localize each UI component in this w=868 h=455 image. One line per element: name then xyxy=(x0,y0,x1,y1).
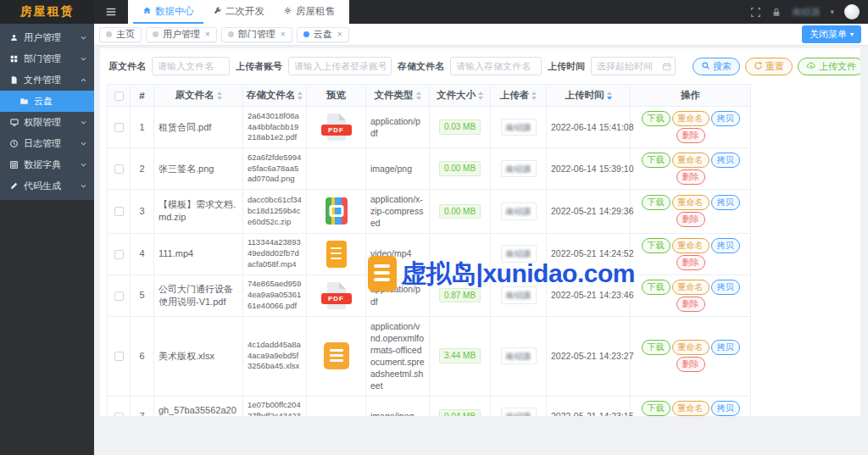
table-row: 1租赁合同.pdf2a643018f08a4a4bbfacbb19218ab1e… xyxy=(108,107,751,148)
hamburger-menu-icon[interactable] xyxy=(94,6,128,18)
storage-filename-input[interactable] xyxy=(450,57,542,75)
delete-button[interactable]: 删除 xyxy=(676,212,705,227)
delete-button[interactable]: 删除 xyxy=(676,128,705,143)
tab-2[interactable]: 用户管理× xyxy=(146,27,217,42)
upload-button[interactable]: 上传文件 xyxy=(798,58,860,75)
tab-1[interactable]: 主页 xyxy=(99,27,142,42)
tab-4[interactable]: 云盘× xyxy=(297,27,349,42)
chevron-down-icon xyxy=(80,119,87,126)
column-header-label: 存储文件名 xyxy=(247,89,296,102)
pdf-file-icon[interactable]: PDF xyxy=(321,114,352,141)
topbar: 房屋租赁 数据中心二次开发房屋租售 南绍源 ▾ xyxy=(0,0,868,24)
doc-file-icon[interactable] xyxy=(326,241,347,268)
download-button[interactable]: 下载 xyxy=(642,111,670,126)
tab-close-icon[interactable]: × xyxy=(205,30,210,39)
sidebar-item-3[interactable]: 文件管理 xyxy=(0,69,94,91)
app-logo: 房屋租赁 xyxy=(0,0,94,24)
sort-caret-icon[interactable] xyxy=(607,92,612,100)
download-button[interactable]: 下载 xyxy=(642,153,670,168)
row-checkbox[interactable] xyxy=(114,207,124,216)
copy-button[interactable]: 拷贝 xyxy=(711,195,740,210)
topnav-item-1[interactable]: 数据中心 xyxy=(133,0,203,24)
sort-caret-icon[interactable] xyxy=(531,92,537,100)
rename-button[interactable]: 重命名 xyxy=(672,280,709,295)
content-area: 原文件名上传者账号存储文件名上传时间搜索重置上传文件配置 #原文件名存储文件名预… xyxy=(94,46,868,455)
rename-button[interactable]: 重命名 xyxy=(672,111,709,126)
sidebar-item-8[interactable]: 代码生成 xyxy=(0,175,94,197)
row-checkbox[interactable] xyxy=(114,164,124,174)
sort-caret-icon[interactable] xyxy=(416,92,421,100)
download-button[interactable]: 下载 xyxy=(642,195,670,210)
upload-time-cell: 2022-05-21 14:29:36 xyxy=(547,190,631,234)
tab-label: 云盘 xyxy=(314,28,332,41)
row-checkbox[interactable] xyxy=(114,413,124,416)
username[interactable]: 南绍源 xyxy=(792,6,820,19)
column-header-2[interactable]: 原文件名 xyxy=(154,85,243,107)
lock-icon[interactable] xyxy=(771,7,782,18)
uploader-name: 南绍源 xyxy=(506,352,531,361)
delete-button[interactable]: 删除 xyxy=(676,255,705,270)
column-header-3[interactable]: 存储文件名 xyxy=(243,85,307,107)
sidebar-item-4[interactable]: 云盘 xyxy=(0,91,94,112)
sheet-file-icon[interactable] xyxy=(324,342,349,369)
avatar[interactable] xyxy=(844,4,860,19)
org-icon xyxy=(8,54,19,64)
sort-caret-icon[interactable] xyxy=(217,92,222,100)
copy-button[interactable]: 拷贝 xyxy=(711,401,740,416)
uploader-account-input[interactable] xyxy=(288,57,392,75)
delete-button[interactable]: 删除 xyxy=(676,357,705,372)
copy-button[interactable]: 拷贝 xyxy=(711,280,740,295)
row-checkbox[interactable] xyxy=(114,291,124,301)
tab-close-icon[interactable]: × xyxy=(337,30,342,39)
sidebar-item-5[interactable]: 权限管理 xyxy=(0,112,94,133)
download-button[interactable]: 下载 xyxy=(642,280,670,295)
sidebar-item-7[interactable]: 数据字典 xyxy=(0,154,94,175)
row-checkbox[interactable] xyxy=(114,250,124,259)
refresh-icon xyxy=(754,61,763,72)
row-checkbox[interactable] xyxy=(114,352,124,361)
search-button[interactable]: 搜索 xyxy=(693,58,740,75)
close-menu-button[interactable]: 关闭菜单 ▾ xyxy=(802,25,861,43)
rename-button[interactable]: 重命名 xyxy=(672,195,709,210)
fullscreen-icon[interactable] xyxy=(750,7,761,18)
tab-3[interactable]: 部门管理× xyxy=(221,27,292,42)
sidebar-item-2[interactable]: 部门管理 xyxy=(0,48,94,69)
delete-button[interactable]: 删除 xyxy=(676,297,705,312)
original-filename-input[interactable] xyxy=(152,57,230,75)
gear-icon xyxy=(283,6,292,17)
download-button[interactable]: 下载 xyxy=(642,401,670,416)
copy-button[interactable]: 拷贝 xyxy=(711,153,740,168)
column-header-7[interactable]: 上传者 xyxy=(491,85,547,107)
copy-button[interactable]: 拷贝 xyxy=(711,111,740,126)
storage-filename-label: 存储文件名 xyxy=(398,60,444,73)
download-button[interactable]: 下载 xyxy=(642,238,670,253)
sidebar-item-1[interactable]: 用户管理 xyxy=(0,27,94,48)
tab-dot xyxy=(303,31,309,37)
rename-button[interactable]: 重命名 xyxy=(672,238,709,253)
download-button[interactable]: 下载 xyxy=(642,340,670,355)
row-checkbox[interactable] xyxy=(114,123,124,132)
column-header-8[interactable]: 上传时间 xyxy=(547,85,631,107)
tab-close-icon[interactable]: × xyxy=(281,30,286,39)
column-header-5[interactable]: 文件类型 xyxy=(366,85,430,107)
select-all-checkbox[interactable] xyxy=(114,92,124,101)
delete-button[interactable]: 删除 xyxy=(676,169,705,185)
copy-button[interactable]: 拷贝 xyxy=(711,340,740,355)
zip-file-icon[interactable] xyxy=(326,197,348,225)
topnav-item-2[interactable]: 二次开发 xyxy=(203,0,274,24)
rename-button[interactable]: 重命名 xyxy=(672,401,709,416)
monitor-icon xyxy=(8,118,19,127)
column-header-6[interactable]: 文件大小 xyxy=(430,85,491,107)
column-header-label: # xyxy=(139,91,144,101)
sidebar-item-6[interactable]: 日志管理 xyxy=(0,133,94,154)
copy-button[interactable]: 拷贝 xyxy=(711,238,740,253)
upload-time-input[interactable] xyxy=(591,57,676,75)
rename-button[interactable]: 重命名 xyxy=(672,153,709,168)
topnav-item-3[interactable]: 房屋租售 xyxy=(274,0,344,24)
sort-caret-icon[interactable] xyxy=(478,92,483,100)
pdf-file-icon[interactable]: PDF xyxy=(321,282,352,309)
original-filename-cell: 租赁合同.pdf xyxy=(154,107,243,148)
rename-button[interactable]: 重命名 xyxy=(672,340,709,355)
sort-caret-icon[interactable] xyxy=(298,92,303,100)
reset-button[interactable]: 重置 xyxy=(745,58,793,75)
